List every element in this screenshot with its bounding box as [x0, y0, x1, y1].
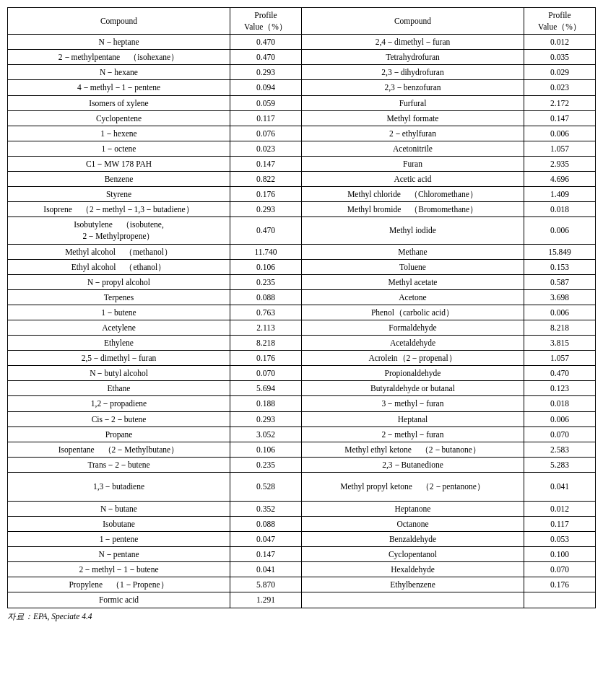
- table-row: Styrene0.176Methyl chloride （Chlorometha…: [8, 187, 596, 202]
- compound-right: Methane: [301, 244, 524, 259]
- profile-value-right: 0.035: [524, 50, 595, 65]
- profile-value-right: 1.057: [524, 141, 595, 156]
- table-row: Formic acid1.291: [8, 592, 596, 608]
- profile-value-right: 1.057: [524, 351, 595, 366]
- table-row: N－butane0.352Heptanone0.012: [8, 501, 596, 516]
- compound-left: Acetylene: [8, 320, 230, 335]
- compound-left: Formic acid: [8, 592, 230, 608]
- profile-value-left: 0.293: [230, 65, 302, 80]
- profile-value-right: 0.053: [524, 532, 595, 547]
- compound-right: 3－methyl－furan: [301, 396, 524, 411]
- profile-value-left: 0.176: [230, 187, 302, 202]
- compound-right: Methyl chloride （Chloromethane）: [301, 187, 524, 202]
- compound-left: C1－MW 178 PAH: [8, 156, 230, 171]
- profile-value-right: [524, 592, 595, 608]
- profile-value-right: 0.029: [524, 65, 595, 80]
- profile-value-right: 0.117: [524, 517, 595, 532]
- profile-value-right: 3.698: [524, 289, 595, 305]
- profile-value-right: 0.070: [524, 426, 595, 442]
- profile-value-left: 0.106: [230, 259, 302, 274]
- compound-right: Butyraldehyde or butanal: [301, 381, 524, 396]
- table-row: N－hexane0.2932,3－dihydrofuran0.029: [8, 65, 596, 80]
- profile-value-left: 0.088: [230, 517, 302, 532]
- table-row: Benzene0.822Acetic acid4.696: [8, 172, 596, 187]
- compound-right: Methyl acetate: [301, 274, 524, 289]
- profile-value-right: 8.218: [524, 320, 595, 335]
- profile-value-right: 0.018: [524, 202, 595, 217]
- source-note: 자료：EPA, Speciate 4.4: [7, 611, 596, 622]
- compound-left: N－heptane: [8, 35, 230, 50]
- profile-value-right: 0.070: [524, 562, 595, 577]
- compound-right: Acetonitrile: [301, 141, 524, 156]
- table-row: Isopentane （2－Methylbutane）0.106Methyl e…: [8, 442, 596, 457]
- profile-value-right: 0.470: [524, 366, 595, 381]
- compound-right: Acetaldehyde: [301, 336, 524, 351]
- table-row: C1－MW 178 PAH0.147Furan2.935: [8, 156, 596, 171]
- table-row: Propane3.0522－methyl－furan0.070: [8, 426, 596, 442]
- profile-value-right: 0.018: [524, 396, 595, 411]
- profile-value-right: 0.006: [524, 305, 595, 320]
- table-row: Isobutane0.088Octanone0.117: [8, 517, 596, 532]
- compound-left: Ethyl alcohol （ethanol）: [8, 259, 230, 274]
- profile-value-left: 0.470: [230, 35, 302, 50]
- compound-left: N－hexane: [8, 65, 230, 80]
- compound-right: Methyl formate: [301, 110, 524, 126]
- compound-table: Compound ProfileValue（%） Compound Profil…: [7, 7, 596, 608]
- profile-value-left: 0.293: [230, 411, 302, 426]
- profile-value-right: 15.849: [524, 244, 595, 259]
- compound-right: [301, 592, 524, 608]
- compound-right: 2,4－dimethyl－furan: [301, 35, 524, 50]
- compound-right: Cyclopentanol: [301, 547, 524, 562]
- compound-right: Formaldehyde: [301, 320, 524, 335]
- compound-left: 2－methylpentane （isohexane）: [8, 50, 230, 65]
- compound-right: Ethylbenzene: [301, 577, 524, 592]
- profile-value-left: 0.352: [230, 501, 302, 516]
- profile-value-left: 0.293: [230, 202, 302, 217]
- compound-left: N－butyl alcohol: [8, 366, 230, 381]
- table-row: 1－octene0.023Acetonitrile1.057: [8, 141, 596, 156]
- compound-right: Acrolein（2－propenal）: [301, 351, 524, 366]
- profile-value-right: 0.147: [524, 110, 595, 126]
- profile-value-left: 0.188: [230, 396, 302, 411]
- compound-left: Isomers of xylene: [8, 95, 230, 110]
- compound-right: Methyl propyl ketone （2－pentanone）: [301, 472, 524, 501]
- compound-left: Benzene: [8, 172, 230, 187]
- compound-left: 1,2－propadiene: [8, 396, 230, 411]
- table-row: Isomers of xylene0.059Furfural2.172: [8, 95, 596, 110]
- table-row: N－pentane0.147Cyclopentanol0.100: [8, 547, 596, 562]
- table-row: Isobutylene （isobutene,2－Methylpropene）0…: [8, 217, 596, 244]
- compound-left: Cyclopentene: [8, 110, 230, 126]
- table-row: 1－hexene0.0762－ethylfuran0.006: [8, 126, 596, 141]
- compound-left: Propane: [8, 426, 230, 442]
- profile-value-right: 0.006: [524, 411, 595, 426]
- compound-left: N－propyl alcohol: [8, 274, 230, 289]
- compound-left: Cis－2－butene: [8, 411, 230, 426]
- compound-right: Methyl ethyl ketone （2－butanone）: [301, 442, 524, 457]
- compound-right: Octanone: [301, 517, 524, 532]
- compound-right: 2,3－dihydrofuran: [301, 65, 524, 80]
- table-row: 1－butene0.763Phenol（carbolic acid）0.006: [8, 305, 596, 320]
- profile-value-right: 1.409: [524, 187, 595, 202]
- profile-value-left: 0.822: [230, 172, 302, 187]
- profile-value-left: 0.076: [230, 126, 302, 141]
- profile-value-left: 0.470: [230, 50, 302, 65]
- table-row: Ethyl alcohol （ethanol）0.106Toluene0.153: [8, 259, 596, 274]
- table-row: 1－pentene0.047Benzaldehyde0.053: [8, 532, 596, 547]
- table-row: Acetylene2.113Formaldehyde8.218: [8, 320, 596, 335]
- profile-value-left: 0.047: [230, 532, 302, 547]
- compound-left: 4－methyl－1－pentene: [8, 80, 230, 95]
- compound-left: Trans－2－butene: [8, 457, 230, 472]
- compound-left: Styrene: [8, 187, 230, 202]
- compound-right: Hexaldehyde: [301, 562, 524, 577]
- compound-left: Ethane: [8, 381, 230, 396]
- profile-value-left: 0.070: [230, 366, 302, 381]
- table-row: Cyclopentene0.117Methyl formate0.147: [8, 110, 596, 126]
- table-row: Trans－2－butene0.2352,3－Butanedione5.283: [8, 457, 596, 472]
- profile-value-right: 2.172: [524, 95, 595, 110]
- profile-value-left: 0.147: [230, 547, 302, 562]
- table-row: Ethane5.694Butyraldehyde or butanal0.123: [8, 381, 596, 396]
- profile-value-right: 0.123: [524, 381, 595, 396]
- table-row: 1,2－propadiene0.1883－methyl－furan0.018: [8, 396, 596, 411]
- profile-value-right: 4.696: [524, 172, 595, 187]
- header-profile1-line1: ProfileValue（%）: [230, 8, 302, 35]
